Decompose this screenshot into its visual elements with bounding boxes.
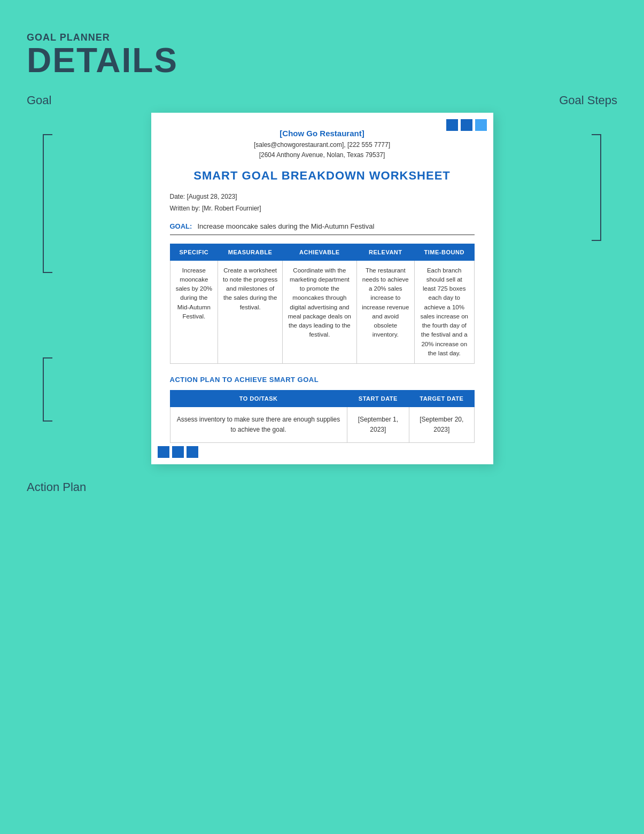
goal-bracket bbox=[43, 134, 52, 273]
company-info: [sales@chowgorestaurant.com], [222 555 7… bbox=[170, 140, 475, 160]
corner-dots-bottom bbox=[158, 446, 198, 458]
date-label: Date: bbox=[170, 193, 185, 200]
th-time-bound: TIME-BOUND bbox=[414, 244, 474, 260]
target-date-cell: [September 20, 2023] bbox=[409, 407, 474, 443]
corner-dot-3 bbox=[475, 119, 487, 131]
specific-cell: Increase mooncake sales by 20% during th… bbox=[170, 260, 218, 364]
corner-dots-top bbox=[446, 119, 487, 131]
action-plan-bracket bbox=[43, 357, 52, 422]
document-wrapper: [Chow Go Restaurant] [sales@chowgorestau… bbox=[27, 113, 617, 464]
corner-dot-bottom-2 bbox=[172, 446, 184, 458]
smart-table: SPECIFIC MEASURABLE ACHIEVABLE RELEVANT … bbox=[170, 244, 475, 364]
company-address: [2604 Anthony Avenue, Nolan, Texas 79537… bbox=[259, 151, 385, 159]
date-value: [August 28, 2023] bbox=[187, 193, 237, 200]
doc-meta: Date: [August 28, 2023] Written by: [Mr.… bbox=[170, 191, 475, 214]
corner-dot-1 bbox=[446, 119, 458, 131]
achievable-cell: Coordinate with the marketing department… bbox=[283, 260, 357, 364]
goal-field-text: Increase mooncake sales during the Mid-A… bbox=[197, 222, 374, 230]
document-paper: [Chow Go Restaurant] [sales@chowgorestau… bbox=[151, 113, 493, 464]
action-table-row: Assess inventory to make sure there are … bbox=[170, 407, 474, 443]
corner-dot-bottom-1 bbox=[158, 446, 169, 458]
corner-dot-bottom-3 bbox=[187, 446, 198, 458]
smart-table-header-row: SPECIFIC MEASURABLE ACHIEVABLE RELEVANT … bbox=[170, 244, 474, 260]
task-cell: Assess inventory to make sure there are … bbox=[170, 407, 347, 443]
page-header: GOAL PLANNER DETAILS bbox=[27, 32, 617, 77]
goal-steps-label: Goal Steps bbox=[559, 93, 617, 107]
measurable-cell: Create a worksheet to note the progress … bbox=[218, 260, 283, 364]
doc-title: SMART GOAL BREAKDOWN WORKSHEET bbox=[170, 169, 475, 183]
th-relevant: RELEVANT bbox=[356, 244, 414, 260]
action-table-header-row: TO DO/TASK START DATE TARGET DATE bbox=[170, 391, 474, 407]
written-by-label: Written by: bbox=[170, 205, 200, 212]
goal-steps-bracket bbox=[592, 134, 601, 241]
action-plan-label: Action Plan bbox=[27, 480, 86, 494]
goal-label: Goal bbox=[27, 93, 51, 107]
header-title: DETAILS bbox=[27, 43, 617, 77]
start-date-cell: [September 1, 2023] bbox=[347, 407, 409, 443]
relevant-cell: The restaurant needs to achieve a 20% sa… bbox=[356, 260, 414, 364]
th-achievable: ACHIEVABLE bbox=[283, 244, 357, 260]
written-by-value: [Mr. Robert Fournier] bbox=[202, 205, 261, 212]
smart-table-row: Increase mooncake sales by 20% during th… bbox=[170, 260, 474, 364]
action-plan-title: ACTION PLAN TO ACHIEVE SMART GOAL bbox=[170, 376, 475, 384]
company-email-phone: [sales@chowgorestaurant.com], [222 555 7… bbox=[254, 141, 390, 149]
goal-row: GOAL: Increase mooncake sales during the… bbox=[170, 222, 475, 235]
th-measurable: MEASURABLE bbox=[218, 244, 283, 260]
side-labels: Goal Goal Steps bbox=[27, 93, 617, 107]
th-task: TO DO/TASK bbox=[170, 391, 347, 407]
th-specific: SPECIFIC bbox=[170, 244, 218, 260]
action-table: TO DO/TASK START DATE TARGET DATE Assess… bbox=[170, 390, 475, 443]
time-bound-cell: Each branch should sell at least 725 box… bbox=[414, 260, 474, 364]
corner-dot-2 bbox=[461, 119, 472, 131]
goal-field-label: GOAL: bbox=[170, 222, 192, 230]
th-target-date: TARGET DATE bbox=[409, 391, 474, 407]
th-start-date: START DATE bbox=[347, 391, 409, 407]
bottom-labels: Action Plan bbox=[27, 480, 617, 494]
company-name: [Chow Go Restaurant] bbox=[170, 129, 475, 138]
